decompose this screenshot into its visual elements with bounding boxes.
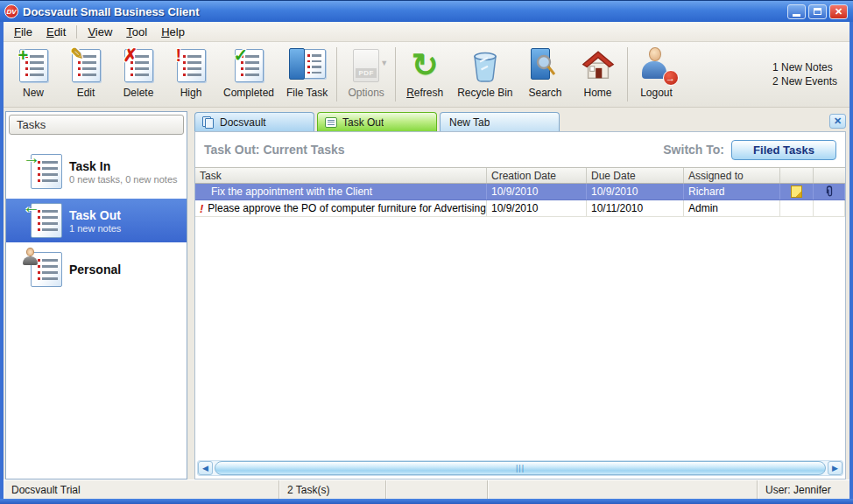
table-row[interactable]: Fix the appointment with the Client 10/9… xyxy=(195,184,845,200)
tab-new-tab[interactable]: New Tab xyxy=(440,112,560,131)
new-events-count: 2 New Events xyxy=(772,74,837,88)
scroll-right-button[interactable]: ▶ xyxy=(828,461,842,475)
sidebar-item-personal[interactable]: Personal xyxy=(6,248,187,291)
home-button[interactable]: Home xyxy=(572,44,624,105)
toolbar-separator xyxy=(395,47,396,102)
status-task-count: 2 Task(s) xyxy=(279,480,386,499)
switch-to-label: Switch To: xyxy=(663,143,724,157)
note-cell xyxy=(780,200,814,216)
attachment-cell xyxy=(814,200,845,216)
task-cell: ! Please approve the PO of computer furn… xyxy=(195,200,487,216)
task-in-icon: → xyxy=(31,154,62,189)
home-icon xyxy=(578,46,618,85)
maximize-icon xyxy=(814,8,821,15)
table-row[interactable]: ! Please approve the PO of computer furn… xyxy=(195,200,845,217)
due-date-cell: 10/11/2010 xyxy=(587,200,684,216)
minimize-icon xyxy=(793,14,800,17)
file-task-icon xyxy=(287,46,328,85)
sidebar-item-title: Task Out xyxy=(69,208,121,222)
recycle-bin-button[interactable]: Recycle Bin xyxy=(451,44,518,105)
tab-bar: Docsvault Task Out New Tab ✕ xyxy=(194,111,846,131)
assigned-to-cell: Richard xyxy=(684,184,780,200)
tab-task-out[interactable]: Task Out xyxy=(317,112,437,131)
close-icon: ✕ xyxy=(835,7,842,17)
scrollbar-grip-icon: ||| xyxy=(516,465,525,472)
menu-file[interactable]: File xyxy=(7,24,39,40)
status-bar: Docsvault Trial 2 Task(s) User: Jennifer xyxy=(4,480,849,499)
logout-button[interactable]: → Logout xyxy=(631,44,683,105)
menu-tool[interactable]: Tool xyxy=(119,24,154,40)
new-button[interactable]: + New xyxy=(7,44,60,105)
sidebar-item-subtitle: 1 new notes xyxy=(69,223,121,234)
delete-button[interactable]: ✗ Delete xyxy=(112,44,165,105)
minimize-button[interactable] xyxy=(787,4,806,19)
table-header-row: Task Creation Date Due Date Assigned to xyxy=(195,167,845,184)
column-header-attachment[interactable] xyxy=(814,168,845,183)
sticky-note-icon[interactable] xyxy=(791,186,802,198)
maximize-button[interactable] xyxy=(808,4,827,19)
toolbar-separator xyxy=(627,47,628,102)
task-cell: Fix the appointment with the Client xyxy=(195,184,487,200)
completed-button[interactable]: ✓ Completed xyxy=(217,44,280,105)
due-date-cell: 10/9/2010 xyxy=(587,184,684,200)
filed-tasks-button[interactable]: Filed Tasks xyxy=(731,140,836,160)
panel-title: Task Out: Current Tasks xyxy=(204,143,345,157)
menu-view[interactable]: View xyxy=(81,24,119,40)
high-priority-icon: ! xyxy=(200,202,203,215)
search-button[interactable]: Search xyxy=(519,44,572,105)
paperclip-icon[interactable] xyxy=(824,186,835,199)
menu-bar: File Edit View Tool Help xyxy=(4,22,849,42)
task-panel: Task Out: Current Tasks Switch To: Filed… xyxy=(194,131,846,480)
scroll-left-button[interactable]: ◀ xyxy=(198,461,213,475)
panel-header: Task Out: Current Tasks Switch To: Filed… xyxy=(195,132,845,167)
status-user: User: Jennifer xyxy=(758,480,849,499)
tasks-sidebar: Tasks → Task In 0 new tasks, 0 new notes… xyxy=(5,111,187,480)
tab-close-button[interactable]: ✕ xyxy=(829,114,846,129)
completed-task-icon: ✓ xyxy=(229,46,269,85)
title-bar: DV Docsvault Small Business Client ✕ xyxy=(0,0,853,22)
close-button[interactable]: ✕ xyxy=(829,4,848,19)
tab-docsvault[interactable]: Docsvault xyxy=(194,112,314,131)
file-task-button[interactable]: File Task xyxy=(280,44,334,105)
sidebar-item-task-in[interactable]: → Task In 0 new tasks, 0 new notes xyxy=(6,150,187,193)
assigned-to-cell: Admin xyxy=(684,200,780,216)
sidebar-item-task-out[interactable]: ← Task Out 1 new notes xyxy=(6,199,187,242)
sidebar-item-title: Personal xyxy=(69,262,121,276)
horizontal-scrollbar: ◀ ||| ▶ xyxy=(197,460,843,476)
menu-help[interactable]: Help xyxy=(154,24,192,40)
tasks-table: Task Creation Date Due Date Assigned to … xyxy=(195,167,845,217)
personal-icon xyxy=(31,252,62,287)
status-segment xyxy=(488,480,758,499)
sidebar-header: Tasks xyxy=(9,115,184,135)
menu-separator xyxy=(76,25,77,38)
note-cell xyxy=(780,184,814,200)
toolbar-separator xyxy=(336,47,337,102)
column-header-creation-date[interactable]: Creation Date xyxy=(487,168,587,183)
options-button[interactable]: PDF ▼ Options xyxy=(340,44,392,105)
scrollbar-thumb[interactable]: ||| xyxy=(215,461,826,475)
high-priority-icon: ! xyxy=(171,46,211,85)
creation-date-cell: 10/9/2010 xyxy=(487,200,587,216)
window-frame-bottom xyxy=(0,499,853,504)
delete-task-icon: ✗ xyxy=(118,46,159,85)
task-out-icon: ← xyxy=(31,203,62,238)
column-header-note[interactable] xyxy=(780,168,814,183)
column-header-due-date[interactable]: Due Date xyxy=(587,168,684,183)
recycle-bin-icon xyxy=(465,46,505,85)
task-note-icon xyxy=(325,117,337,128)
pdf-options-icon: PDF ▼ xyxy=(346,46,386,85)
edit-task-icon: ✎ xyxy=(66,46,106,85)
logout-icon: → xyxy=(637,46,677,85)
edit-button[interactable]: ✎ Edit xyxy=(60,44,112,105)
notifications: 1 New Notes 2 New Events xyxy=(772,60,837,88)
window-title: Docsvault Small Business Client xyxy=(23,5,785,18)
high-priority-button[interactable]: ! High xyxy=(165,44,217,105)
status-license: Docsvault Trial xyxy=(4,480,279,499)
column-header-assigned-to[interactable]: Assigned to xyxy=(684,168,780,183)
attachment-cell xyxy=(814,184,845,200)
column-header-task[interactable]: Task xyxy=(195,168,487,183)
menu-edit[interactable]: Edit xyxy=(39,24,73,40)
sidebar-item-title: Task In xyxy=(69,159,178,173)
new-task-icon: + xyxy=(13,46,53,85)
refresh-button[interactable]: ↻ Refresh xyxy=(398,44,451,105)
